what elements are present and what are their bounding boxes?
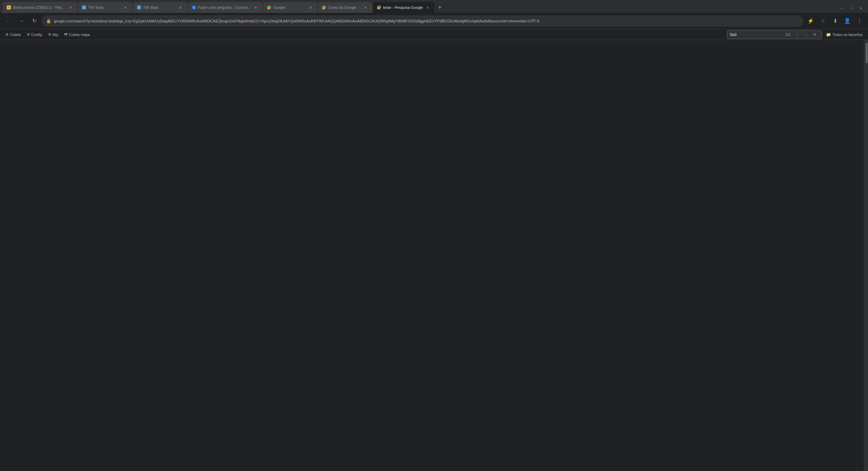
bookmarks-sidebar-label: Todos os favoritos [832, 33, 863, 37]
tab-close-1[interactable]: ✕ [68, 5, 73, 10]
new-tab-button[interactable]: + [435, 3, 445, 12]
tab-title-3: TW Stats [143, 5, 176, 10]
tab-title-2: TW Stats [88, 5, 121, 10]
scrollbar-track [865, 40, 868, 471]
tab-favicon-3: T [137, 5, 141, 10]
tab-comunidade[interactable]: G Fazer uma pergunta - Comuni... ✕ [188, 2, 262, 13]
find-count: 1/6 [785, 33, 790, 37]
menu-button[interactable]: ⋮ [854, 15, 865, 27]
nav-bar: ← → ↻ 🔒 google.com/search?q=teste&oq=tes… [0, 13, 868, 29]
tab-favicon-6 [322, 5, 326, 10]
tab-twstats-2[interactable]: T TW Stats ✕ [133, 2, 187, 13]
tab-title-7: teste - Pesquisa Google [383, 5, 423, 10]
tab-title-4: Fazer uma pergunta - Comuni... [198, 5, 251, 10]
find-buttons: ↑ ↓ ✕ [793, 31, 819, 39]
address-text: google.com/search?q=teste&oq=teste&gs_lc… [54, 19, 799, 23]
reload-button[interactable]: ↻ [28, 15, 40, 27]
lock-icon: 🔒 [46, 19, 51, 23]
bookmark-coleta-label: Coleta [10, 33, 21, 37]
download-button[interactable]: ⬇ [829, 15, 841, 27]
find-input[interactable] [730, 32, 783, 37]
bookmark-atq-icon: ⚙ [48, 33, 51, 36]
tab-favicon-5 [267, 5, 271, 10]
tab-close-7[interactable]: ✕ [425, 5, 430, 10]
bookmark-coleta[interactable]: ⚙ Coleta [3, 31, 23, 39]
bookmark-star-button[interactable]: ☆ [817, 15, 829, 27]
find-prev-button[interactable]: ↑ [793, 31, 801, 39]
tab-conta-google[interactable]: Conta do Google ✕ [318, 2, 372, 13]
extensions-button[interactable]: ⚡ [805, 15, 816, 27]
tab-close-2[interactable]: ✕ [123, 5, 128, 10]
tab-title-5: Google [273, 5, 306, 10]
page-content [0, 40, 868, 471]
page-main-content [0, 40, 864, 471]
bookmarks-right: 1/6 ↑ ↓ ✕ 📁 Todos os favoritos [727, 30, 865, 39]
tab-google[interactable]: Google ✕ [263, 2, 317, 13]
bookmark-coleta-mapa[interactable]: 🗺 Coleta mapa [61, 31, 93, 39]
forward-button[interactable]: → [16, 15, 27, 27]
bookmark-coleta-icon: ⚙ [5, 33, 8, 36]
window-controls: ─ □ ✕ [837, 5, 865, 12]
address-bar[interactable]: 🔒 google.com/search?q=teste&oq=teste&gs_… [41, 15, 804, 27]
tab-twstats-1[interactable]: T TW Stats ✕ [78, 2, 132, 13]
bookmark-coleta-mapa-label: Coleta mapa [69, 33, 90, 37]
minimize-button[interactable]: ─ [837, 5, 846, 12]
tab-title-1: Aldeia-bonus (236|411) - Tribu... [13, 5, 66, 10]
find-close-button[interactable]: ✕ [811, 31, 819, 39]
tab-title-6: Conta do Google [328, 5, 361, 10]
bookmark-config-icon: ⚙ [27, 33, 30, 36]
tab-close-3[interactable]: ✕ [178, 5, 183, 10]
profile-button[interactable]: 👤 [842, 15, 853, 27]
bookmarks-bar: ⚙ Coleta ⚙ Config ⚙ Atq 🗺 Coleta mapa 1/… [0, 29, 868, 40]
tab-favicon-4: G [192, 5, 196, 10]
bookmark-coleta-mapa-icon: 🗺 [64, 33, 67, 36]
nav-right-buttons: ⚡ ☆ ⬇ 👤 ⋮ [805, 15, 865, 27]
tab-close-4[interactable]: ✕ [253, 5, 258, 10]
close-button[interactable]: ✕ [856, 5, 865, 12]
tab-favicon-2: T [82, 5, 86, 10]
bookmark-atq[interactable]: ⚙ Atq [45, 31, 61, 39]
scrollbar-thumb[interactable] [866, 43, 868, 63]
maximize-button[interactable]: □ [847, 5, 856, 12]
find-next-button[interactable]: ↓ [802, 31, 810, 39]
chrome-window: T Aldeia-bonus (236|411) - Tribu... ✕ T … [0, 0, 868, 471]
bookmark-atq-label: Atq [53, 33, 58, 37]
tab-favicon-1: T [7, 5, 11, 10]
tab-close-6[interactable]: ✕ [363, 5, 368, 10]
tab-bar: T Aldeia-bonus (236|411) - Tribu... ✕ T … [0, 0, 868, 13]
bookmark-config-label: Config [31, 33, 42, 37]
folder-icon: 📁 [826, 32, 831, 37]
bookmarks-sidebar-toggle[interactable]: 📁 Todos os favoritos [823, 31, 865, 38]
tab-favicon-7 [377, 5, 381, 10]
find-bar: 1/6 ↑ ↓ ✕ [727, 30, 822, 39]
tab-aldeia[interactable]: T Aldeia-bonus (236|411) - Tribu... ✕ [3, 2, 77, 13]
tab-teste-pesquisa[interactable]: teste - Pesquisa Google ✕ [373, 2, 434, 13]
tab-close-5[interactable]: ✕ [308, 5, 313, 10]
bookmark-config[interactable]: ⚙ Config [24, 31, 45, 39]
back-button[interactable]: ← [3, 15, 14, 27]
